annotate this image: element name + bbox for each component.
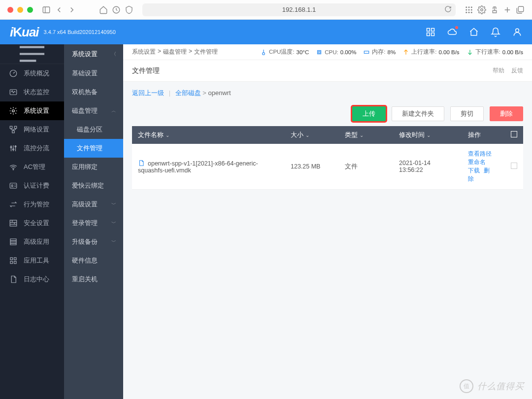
svg-point-26 [12, 110, 15, 112]
svg-rect-17 [432, 29, 434, 32]
feedback-link[interactable]: 反馈 [511, 66, 523, 75]
svg-rect-48 [14, 258, 17, 260]
sub-disk-partition[interactable]: 磁盘分区 [64, 120, 123, 139]
apps-icon[interactable] [465, 5, 473, 14]
nav-security-settings[interactable]: 安全设置 [0, 214, 64, 233]
sidebar-collapse-toggle[interactable] [0, 44, 64, 64]
svg-rect-45 [10, 241, 16, 243]
table-row[interactable]: openwrt-spp-v1-1[2021]-x86-64-generic-sq… [132, 144, 523, 190]
cut-button[interactable]: 剪切 [450, 106, 484, 121]
network-icon [9, 125, 18, 134]
sort-icon: ⌄ [305, 133, 309, 138]
svg-point-8 [471, 9, 472, 10]
svg-point-10 [468, 11, 470, 13]
nav-system-settings[interactable]: 系统设置 [0, 101, 64, 120]
dashboard-icon[interactable] [426, 27, 435, 37]
nav-behavior-control[interactable]: 行为管控 [0, 195, 64, 214]
sub-dual-hot-standby[interactable]: 双机热备 [64, 83, 123, 101]
sub-login-management[interactable]: 登录管理﹀ [64, 214, 123, 233]
tabs-icon[interactable] [516, 5, 525, 14]
select-all-checkbox[interactable] [511, 131, 517, 137]
file-mtime: 2021-01-14 13:56:22 [393, 144, 462, 190]
all-disks-link[interactable]: 全部磁盘 [175, 89, 201, 97]
nav-advanced-apps[interactable]: 高级应用 [0, 233, 64, 251]
shield-icon[interactable] [125, 5, 133, 14]
op-download[interactable]: 下载 [468, 167, 480, 174]
back-icon[interactable] [55, 5, 64, 14]
settings-icon[interactable] [477, 5, 486, 14]
upgrade-icon[interactable] [469, 27, 479, 37]
sidebar-toggle-icon[interactable] [42, 5, 51, 14]
svg-point-12 [481, 8, 483, 11]
memory-icon [363, 49, 370, 56]
svg-rect-15 [518, 6, 524, 12]
sub-advanced-settings[interactable]: 高级设置﹀ [64, 195, 123, 214]
sub-upgrade-backup[interactable]: 升级备份﹀ [64, 233, 123, 251]
sub-file-management[interactable]: 文件管理 [64, 139, 123, 158]
file-type: 文件 [339, 144, 393, 190]
forward-icon[interactable] [67, 5, 76, 14]
sub-basic-settings[interactable]: 基础设置 [64, 64, 123, 83]
chevron-down-icon: ﹀ [111, 201, 116, 208]
col-size[interactable]: 大小⌄ [285, 126, 339, 144]
url-text: 192.168.1.1 [282, 6, 316, 13]
refresh-icon[interactable] [444, 5, 452, 14]
chevron-left-icon[interactable]: 〈 [111, 51, 116, 58]
firewall-icon [9, 219, 18, 228]
op-rename[interactable]: 重命名 [468, 159, 486, 166]
svg-rect-16 [427, 29, 430, 32]
sort-icon: ⌄ [427, 133, 431, 138]
op-view-path[interactable]: 查看路径 [468, 150, 492, 157]
svg-point-7 [468, 9, 470, 10]
chevron-down-icon: ﹀ [111, 220, 116, 227]
close-window-icon[interactable] [7, 7, 13, 13]
gear-icon [9, 106, 18, 115]
history-icon[interactable] [112, 5, 121, 14]
minimize-window-icon[interactable] [17, 7, 23, 13]
chevron-up-icon: ︿ [111, 107, 116, 114]
sub-app-binding[interactable]: 应用绑定 [64, 158, 123, 176]
cloud-icon[interactable] [447, 27, 457, 37]
nav-flow-control[interactable]: 流控分流 [0, 139, 64, 158]
breadcrumb-bar: 系统设置> 磁盘管理> 文件管理 CPU温度: 30°C CPU: 0.00% … [123, 44, 532, 60]
file-ops: 查看路径重命名 下载删除 [462, 144, 505, 190]
path-navigation: 返回上一级 | 全部磁盘 > openwrt [132, 89, 523, 98]
secondary-sidebar: 系统设置〈 基础设置 双机热备 磁盘管理︿ 磁盘分区 文件管理 应用绑定 爱快云… [64, 44, 123, 399]
maximize-window-icon[interactable] [27, 7, 33, 13]
back-link[interactable]: 返回上一级 [132, 89, 164, 97]
nav-auth-billing[interactable]: 认证计费 [0, 176, 64, 195]
new-folder-button[interactable]: 新建文件夹 [392, 106, 444, 121]
nav-ac-management[interactable]: AC管理 [0, 158, 64, 176]
chevron-down-icon: ﹀ [111, 238, 116, 245]
help-link[interactable]: 帮助 [493, 66, 504, 75]
notification-icon[interactable] [491, 27, 500, 37]
nav-network-settings[interactable]: 网络设置 [0, 120, 64, 139]
url-bar[interactable]: 192.168.1.1 [142, 3, 456, 16]
nav-status-monitor[interactable]: 状态监控 [0, 83, 64, 101]
upload-button[interactable]: 上传 [352, 106, 386, 121]
sub-hardware-info[interactable]: 硬件信息 [64, 251, 123, 270]
col-mtime[interactable]: 修改时间⌄ [393, 126, 462, 144]
sub-reboot-shutdown[interactable]: 重启关机 [64, 270, 123, 289]
nav-system-overview[interactable]: 系统概况 [0, 64, 64, 83]
user-icon[interactable] [512, 27, 522, 37]
file-icon [138, 160, 145, 166]
sub-disk-management[interactable]: 磁盘管理︿ [64, 101, 123, 120]
svg-rect-50 [14, 262, 17, 264]
delete-button[interactable]: 删除 [490, 106, 523, 121]
share-icon[interactable] [490, 5, 499, 14]
row-checkbox[interactable] [511, 163, 517, 169]
col-type[interactable]: 类型⌄ [339, 126, 393, 144]
home-icon[interactable] [99, 5, 108, 14]
watermark-badge-icon: 值 [460, 379, 473, 393]
nav-app-tools[interactable]: 应用工具 [0, 251, 64, 270]
logo: iKuai [10, 25, 39, 40]
sub-cloud-binding[interactable]: 爱快云绑定 [64, 176, 123, 195]
nav-log-center[interactable]: 日志中心 [0, 270, 64, 289]
page-title-bar: 文件管理 帮助 反馈 [123, 60, 532, 82]
col-filename[interactable]: 文件名称⌄ [132, 126, 285, 144]
svg-rect-25 [10, 90, 17, 95]
svg-rect-0 [43, 7, 50, 13]
new-tab-icon[interactable] [503, 5, 512, 14]
svg-point-4 [468, 6, 470, 8]
